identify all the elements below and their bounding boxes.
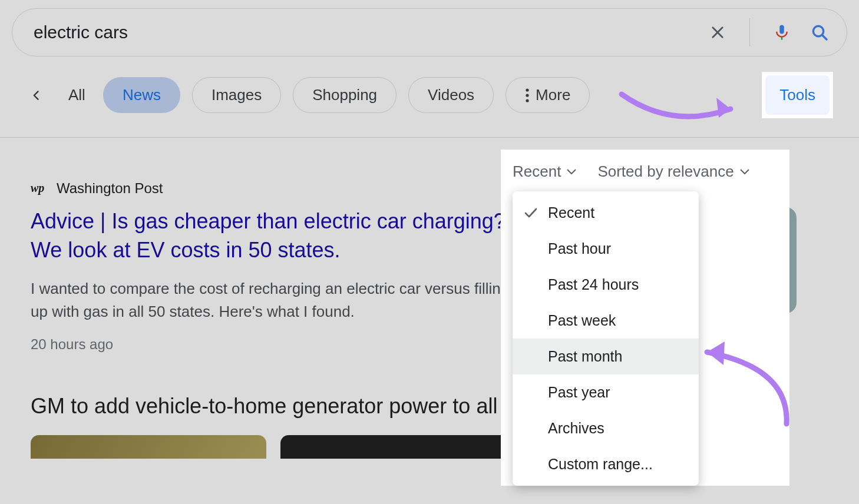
tab-images[interactable]: Images [192, 77, 281, 113]
source-name: Washington Post [57, 180, 163, 197]
svg-point-5 [526, 94, 529, 97]
tools-label: Tools [779, 86, 815, 104]
search-tabs: All News Images Shopping Videos More Too… [0, 57, 859, 138]
svg-point-6 [526, 99, 529, 102]
result-snippet: I wanted to compare the cost of rechargi… [31, 277, 520, 323]
dropdown-option-past-month[interactable]: Past month [513, 339, 699, 374]
dropdown-label: Custom range... [548, 456, 653, 473]
dropdown-option-past-24-hours[interactable]: Past 24 hours [513, 267, 699, 303]
tools-panel: Recent Sorted by relevance Recent Past h… [501, 150, 789, 486]
dropdown-label: Recent [548, 204, 594, 221]
dropdown-label: Past hour [548, 240, 611, 257]
tab-news[interactable]: News [103, 77, 180, 113]
tab-shopping[interactable]: Shopping [293, 77, 397, 113]
dropdown-label: Past year [548, 384, 610, 401]
sort-filter[interactable]: Sorted by relevance [597, 163, 749, 181]
tab-label: News [123, 86, 161, 104]
dropdown-label: Past 24 hours [548, 276, 639, 293]
search-bar [12, 8, 847, 57]
caret-down-icon [567, 169, 576, 175]
time-filter[interactable]: Recent [513, 163, 576, 181]
tools-button-highlight: Tools [762, 72, 833, 118]
caret-down-icon [740, 169, 749, 175]
clear-icon[interactable] [707, 22, 728, 43]
svg-line-3 [822, 35, 827, 39]
result-title[interactable]: Advice | Is gas cheaper than electric ca… [31, 207, 520, 264]
chevron-left-icon[interactable] [26, 85, 47, 106]
tab-label: All [68, 86, 85, 104]
dropdown-option-recent[interactable]: Recent [513, 195, 699, 231]
dropdown-option-past-week[interactable]: Past week [513, 303, 699, 339]
time-filter-label: Recent [513, 163, 561, 181]
svg-point-4 [526, 88, 529, 91]
kebab-icon [525, 88, 530, 103]
svg-rect-0 [779, 25, 784, 34]
sort-filter-label: Sorted by relevance [597, 163, 734, 181]
tab-label: Shopping [312, 86, 377, 104]
search-icon[interactable] [809, 22, 830, 43]
dropdown-label: Past month [548, 348, 622, 365]
tab-label: Images [212, 86, 262, 104]
tab-label: Videos [428, 86, 474, 104]
check-icon [524, 208, 537, 218]
dropdown-option-past-year[interactable]: Past year [513, 374, 699, 410]
voice-search-icon[interactable] [771, 22, 792, 43]
dropdown-option-archives[interactable]: Archives [513, 410, 699, 446]
dropdown-label: Past week [548, 312, 616, 329]
dropdown-option-custom-range[interactable]: Custom range... [513, 446, 699, 482]
tools-button[interactable]: Tools [765, 75, 830, 115]
tab-label: More [536, 86, 570, 104]
story-thumbnail[interactable] [280, 435, 516, 459]
result-time: 20 hours ago [31, 336, 520, 353]
dropdown-option-past-hour[interactable]: Past hour [513, 231, 699, 267]
tab-more[interactable]: More [506, 77, 590, 113]
search-input[interactable] [34, 22, 707, 42]
tab-videos[interactable]: Videos [408, 77, 494, 113]
tab-all[interactable]: All [62, 77, 91, 113]
story-thumbnail[interactable] [31, 435, 266, 459]
search-bar-divider [749, 18, 750, 47]
source-logo: wp [31, 181, 48, 195]
dropdown-label: Archives [548, 420, 604, 437]
time-dropdown: Recent Past hour Past 24 hours Past week… [513, 191, 699, 486]
